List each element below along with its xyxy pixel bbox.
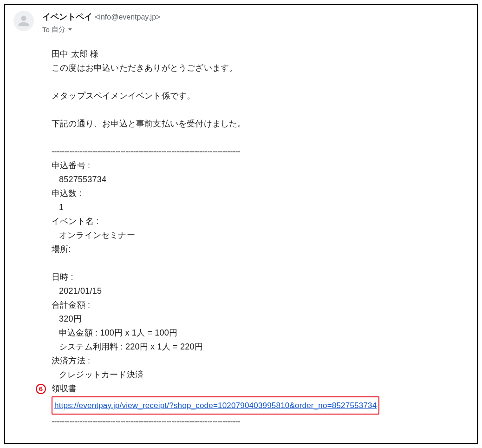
email-frame: イベントペイ <info@eventpay.jp> To 自分 田中 太郎 様 …: [4, 4, 478, 444]
to-line[interactable]: To 自分: [42, 25, 160, 34]
divider-line-2: ----------------------------------------…: [52, 415, 469, 428]
total-breakdown-1: 申込金額 : 100円 x 1人 = 100円: [52, 326, 469, 340]
receipt-row: 6 領収書: [52, 382, 469, 395]
number-label: 申込番号 :: [52, 158, 469, 172]
place-label: 場所:: [52, 242, 469, 256]
annotation-marker-number: 6: [36, 384, 46, 394]
total-label: 合計金額 :: [52, 298, 469, 312]
date-label: 日時 :: [52, 270, 469, 284]
closing-line: 当日のご参加、心よりお待ちしております。: [52, 442, 469, 444]
count-label: 申込数 :: [52, 186, 469, 200]
divider-line: ----------------------------------------…: [52, 145, 469, 158]
receipt-label: 領収書: [52, 384, 77, 393]
thanks-line: この度はお申込いただきありがとうございます。: [52, 61, 469, 75]
email-body: 田中 太郎 様 この度はお申込いただきありがとうございます。 メタップスペイメン…: [52, 47, 469, 444]
person-icon: [16, 13, 32, 29]
total-value: 320円: [52, 312, 469, 326]
header-text: イベントペイ <info@eventpay.jp> To 自分: [42, 11, 160, 34]
chevron-down-icon[interactable]: [68, 28, 72, 31]
sender-line: イベントペイ <info@eventpay.jp>: [42, 12, 160, 22]
greeting-name: 田中 太郎 様: [52, 47, 469, 61]
sender-email: <info@eventpay.jp>: [95, 13, 160, 21]
to-label: To: [42, 26, 50, 33]
pay-value: クレジットカード決済: [52, 368, 469, 382]
received-line: 下記の通り、お申込と事前支払いを受付けました。: [52, 117, 469, 131]
event-value: オンラインセミナー: [52, 228, 469, 242]
total-breakdown-2: システム利用料 : 220円 x 1人 = 220円: [52, 340, 469, 354]
org-line: メタップスペイメンイベント係です。: [52, 89, 469, 103]
sender-name: イベントペイ: [42, 12, 92, 21]
event-label: イベント名 :: [52, 214, 469, 228]
receipt-link-highlight: https://eventpay.jp/view_receipt/?shop_c…: [52, 396, 379, 415]
receipt-link[interactable]: https://eventpay.jp/view_receipt/?shop_c…: [54, 401, 377, 410]
to-recipient: 自分: [52, 25, 65, 34]
avatar[interactable]: [13, 11, 34, 31]
count-value: 1: [52, 200, 469, 214]
email-header: イベントペイ <info@eventpay.jp> To 自分: [13, 11, 469, 34]
pay-label: 決済方法 :: [52, 354, 469, 368]
number-value: 8527553734: [52, 172, 469, 186]
annotation-marker: 6: [36, 382, 46, 395]
date-value: 2021/01/15: [52, 284, 469, 298]
